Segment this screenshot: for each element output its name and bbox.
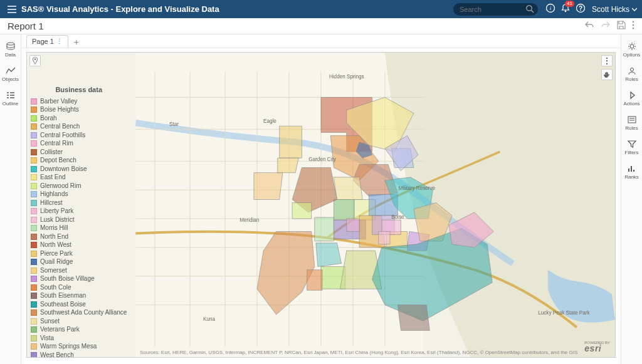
notification-badge: 41 bbox=[565, 1, 574, 7]
notifications-icon[interactable]: 41 bbox=[560, 3, 571, 15]
legend-swatch bbox=[31, 318, 37, 325]
svg-rect-32 bbox=[628, 117, 636, 123]
legend-item[interactable]: Lusk District bbox=[31, 216, 127, 224]
undo-button[interactable] bbox=[584, 21, 594, 31]
legend-swatch bbox=[31, 115, 37, 122]
svg-point-10 bbox=[7, 43, 14, 45]
legend-item[interactable]: Highlands bbox=[31, 190, 127, 199]
svg-point-4 bbox=[565, 11, 567, 13]
map-region[interactable] bbox=[307, 270, 322, 291]
legend-item[interactable]: Liberty Park bbox=[31, 207, 127, 216]
legend-label: Depot Bench bbox=[40, 156, 76, 165]
svg-text:?: ? bbox=[579, 5, 582, 12]
legend-item[interactable]: South Boise Village bbox=[31, 274, 127, 283]
legend-item[interactable]: Glenwood Rim bbox=[31, 182, 127, 190]
hand-icon bbox=[603, 71, 611, 78]
map-region[interactable] bbox=[254, 173, 283, 200]
legend-swatch bbox=[31, 191, 37, 197]
legend-item[interactable]: West Bench bbox=[31, 351, 127, 358]
help-icon[interactable]: ? bbox=[576, 3, 586, 15]
right-rail-options[interactable]: Options bbox=[623, 38, 641, 63]
map-region[interactable] bbox=[292, 203, 312, 219]
map-region[interactable] bbox=[315, 217, 334, 241]
legend-item[interactable]: South Eisenman bbox=[31, 291, 127, 300]
map-region[interactable] bbox=[316, 243, 342, 267]
more-options-button[interactable] bbox=[632, 21, 634, 31]
right-rail-rules[interactable]: Rules bbox=[623, 112, 641, 136]
svg-point-8 bbox=[633, 24, 634, 26]
tab-page-1[interactable]: Page 1 ⋮ bbox=[26, 35, 68, 48]
legend-item[interactable]: Quail Ridge bbox=[31, 257, 127, 266]
legend-item[interactable]: Southwest Ada County Alliance bbox=[31, 308, 127, 317]
map-place-label: Eagle bbox=[263, 118, 276, 124]
legend-swatch bbox=[31, 251, 37, 257]
info-icon[interactable]: i bbox=[545, 3, 555, 15]
legend-item[interactable]: Borah bbox=[31, 114, 127, 123]
user-name: Scott Hicks bbox=[592, 5, 629, 14]
legend-item[interactable]: Hillcrest bbox=[31, 199, 127, 207]
map-menu-button[interactable]: ⋮ bbox=[601, 55, 613, 66]
legend-item[interactable]: Vista bbox=[31, 334, 127, 343]
legend-item[interactable]: Warm Springs Mesa bbox=[31, 342, 127, 351]
legend-swatch bbox=[31, 140, 37, 147]
left-rail-objects[interactable]: Objects bbox=[1, 63, 20, 87]
save-button[interactable] bbox=[617, 21, 626, 31]
user-menu[interactable]: Scott Hicks bbox=[592, 5, 637, 14]
map-pan-button[interactable] bbox=[601, 69, 613, 80]
legend-item[interactable]: Central Foothills bbox=[31, 131, 127, 140]
legend-item[interactable]: Sunset bbox=[31, 317, 127, 326]
legend-item[interactable]: South Cole bbox=[31, 283, 127, 292]
legend-swatch bbox=[31, 225, 37, 231]
map-region[interactable] bbox=[280, 126, 302, 158]
svg-text:i: i bbox=[550, 5, 552, 11]
tab-menu[interactable]: ⋮ bbox=[56, 35, 63, 48]
pin-legend-button[interactable] bbox=[29, 55, 41, 66]
legend-item[interactable]: Collister bbox=[31, 148, 127, 157]
map-region[interactable] bbox=[334, 177, 362, 200]
map-region[interactable] bbox=[278, 158, 299, 172]
right-rail-filters[interactable]: Filters bbox=[623, 136, 641, 160]
legend-label: Highlands bbox=[40, 190, 68, 199]
legend-item[interactable]: Morris Hill bbox=[31, 224, 127, 232]
right-rail-roles[interactable]: Roles bbox=[623, 63, 641, 87]
tab-label: Page 1 bbox=[32, 35, 54, 48]
legend-item[interactable]: Central Rim bbox=[31, 139, 127, 148]
legend-item[interactable]: Barber Valley bbox=[31, 97, 127, 106]
add-page-button[interactable]: + bbox=[71, 36, 82, 48]
right-rail-ranks[interactable]: Ranks bbox=[623, 160, 641, 185]
legend-swatch bbox=[31, 132, 37, 138]
legend-item[interactable]: North End bbox=[31, 232, 127, 241]
legend-item[interactable]: Boise Heights bbox=[31, 105, 127, 114]
legend-item[interactable]: Central Bench bbox=[31, 122, 127, 131]
legend-item[interactable]: Southeast Boise bbox=[31, 300, 127, 309]
legend-item[interactable]: Pierce Park bbox=[31, 249, 127, 258]
right-rail-actions[interactable]: Actions bbox=[623, 87, 641, 112]
hamburger-icon[interactable] bbox=[8, 6, 19, 13]
legend-swatch bbox=[31, 234, 37, 240]
left-rail-data[interactable]: Data bbox=[1, 38, 20, 63]
redo-button[interactable] bbox=[601, 21, 611, 31]
legend-item[interactable]: Depot Bench bbox=[31, 156, 127, 165]
svg-point-30 bbox=[630, 44, 634, 48]
map-controls: ⋮ bbox=[601, 55, 613, 80]
legend-item[interactable]: Somerset bbox=[31, 266, 127, 275]
esri-logo: POWERED BY esri bbox=[584, 341, 610, 353]
legend-item[interactable]: East End bbox=[31, 173, 127, 182]
legend-label: West Bench bbox=[40, 351, 74, 358]
left-rail-outline[interactable]: Outline bbox=[1, 87, 20, 112]
legend-label: Lusk District bbox=[40, 216, 74, 224]
map-region[interactable] bbox=[347, 219, 359, 231]
map-region[interactable] bbox=[397, 305, 429, 331]
legend-item[interactable]: North West bbox=[31, 241, 127, 249]
map-canvas[interactable]: Hidden SpringsStarEagleGarden CityMeridi… bbox=[26, 52, 616, 358]
map-place-label: Lucky Peak State Park bbox=[538, 310, 590, 316]
legend-swatch bbox=[31, 200, 37, 206]
legend-item[interactable]: Downtown Boise bbox=[31, 165, 127, 174]
legend-item[interactable]: Veterans Park bbox=[31, 325, 127, 334]
legend-swatch bbox=[31, 335, 37, 341]
legend-label: Quail Ridge bbox=[40, 257, 73, 266]
map-region[interactable] bbox=[334, 199, 354, 220]
search-field[interactable] bbox=[453, 3, 538, 16]
map-region[interactable] bbox=[379, 231, 390, 244]
legend-swatch bbox=[31, 166, 37, 172]
